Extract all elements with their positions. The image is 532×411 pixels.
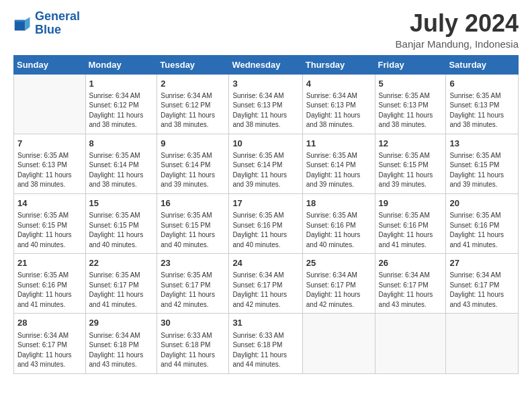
calendar-cell: 15Sunrise: 6:35 AM Sunset: 6:15 PM Dayli… — [85, 193, 157, 253]
day-number: 13 — [449, 138, 515, 150]
day-header-sunday: Sunday — [14, 55, 86, 74]
page: General Blue July 2024 Banjar Mandung, I… — [0, 0, 532, 411]
calendar-cell: 3Sunrise: 6:34 AM Sunset: 6:13 PM Daylig… — [229, 74, 302, 134]
calendar-cell: 23Sunrise: 6:35 AM Sunset: 6:17 PM Dayli… — [157, 254, 229, 314]
calendar-table: SundayMondayTuesdayWednesdayThursdayFrid… — [13, 55, 519, 374]
calendar-cell: 4Sunrise: 6:34 AM Sunset: 6:13 PM Daylig… — [302, 74, 375, 134]
day-info: Sunrise: 6:34 AM Sunset: 6:17 PM Dayligh… — [232, 271, 298, 310]
calendar-cell: 5Sunrise: 6:35 AM Sunset: 6:13 PM Daylig… — [375, 74, 446, 134]
day-number: 8 — [89, 138, 154, 150]
day-info: Sunrise: 6:35 AM Sunset: 6:15 PM Dayligh… — [379, 151, 443, 190]
calendar-cell: 25Sunrise: 6:34 AM Sunset: 6:17 PM Dayli… — [302, 254, 375, 314]
svg-marker-1 — [26, 17, 30, 30]
calendar-cell: 17Sunrise: 6:35 AM Sunset: 6:16 PM Dayli… — [229, 193, 302, 253]
day-header-thursday: Thursday — [302, 55, 375, 74]
day-number: 11 — [306, 138, 371, 150]
calendar-cell — [446, 314, 519, 373]
day-number: 23 — [161, 257, 225, 269]
month-year: July 2024 — [396, 10, 519, 37]
logo-general: General — [35, 9, 80, 23]
day-number: 21 — [17, 257, 82, 269]
calendar-cell: 14Sunrise: 6:35 AM Sunset: 6:15 PM Dayli… — [14, 193, 86, 253]
day-info: Sunrise: 6:33 AM Sunset: 6:18 PM Dayligh… — [232, 331, 298, 370]
day-info: Sunrise: 6:34 AM Sunset: 6:17 PM Dayligh… — [306, 271, 371, 310]
calendar-week-1: 1Sunrise: 6:34 AM Sunset: 6:12 PM Daylig… — [14, 74, 519, 134]
day-number: 6 — [449, 78, 515, 90]
logo-icon — [13, 14, 32, 33]
calendar-cell: 30Sunrise: 6:33 AM Sunset: 6:18 PM Dayli… — [157, 314, 229, 373]
day-number: 31 — [232, 317, 298, 329]
day-number: 4 — [306, 78, 371, 90]
day-number: 19 — [379, 197, 443, 210]
day-info: Sunrise: 6:35 AM Sunset: 6:15 PM Dayligh… — [449, 151, 515, 190]
calendar-cell: 22Sunrise: 6:35 AM Sunset: 6:17 PM Dayli… — [85, 254, 157, 314]
day-info: Sunrise: 6:35 AM Sunset: 6:16 PM Dayligh… — [17, 271, 82, 310]
day-info: Sunrise: 6:35 AM Sunset: 6:16 PM Dayligh… — [449, 211, 515, 250]
day-number: 17 — [232, 197, 298, 210]
day-number: 24 — [232, 257, 298, 269]
day-info: Sunrise: 6:34 AM Sunset: 6:12 PM Dayligh… — [89, 91, 154, 130]
calendar-week-2: 7Sunrise: 6:35 AM Sunset: 6:13 PM Daylig… — [14, 134, 519, 193]
calendar-cell: 29Sunrise: 6:34 AM Sunset: 6:18 PM Dayli… — [85, 314, 157, 373]
day-number: 1 — [89, 78, 154, 90]
logo-blue: Blue — [35, 23, 61, 36]
calendar-cell: 27Sunrise: 6:34 AM Sunset: 6:17 PM Dayli… — [446, 254, 519, 314]
calendar-cell: 24Sunrise: 6:34 AM Sunset: 6:17 PM Dayli… — [229, 254, 302, 314]
calendar-week-3: 14Sunrise: 6:35 AM Sunset: 6:15 PM Dayli… — [14, 193, 519, 253]
day-info: Sunrise: 6:34 AM Sunset: 6:12 PM Dayligh… — [161, 91, 225, 130]
calendar-cell: 21Sunrise: 6:35 AM Sunset: 6:16 PM Dayli… — [14, 254, 86, 314]
day-header-saturday: Saturday — [446, 55, 519, 74]
day-number: 29 — [89, 317, 154, 329]
day-number: 7 — [17, 138, 82, 150]
day-number: 5 — [379, 78, 443, 90]
calendar-cell: 10Sunrise: 6:35 AM Sunset: 6:14 PM Dayli… — [229, 134, 302, 193]
calendar-week-5: 28Sunrise: 6:34 AM Sunset: 6:17 PM Dayli… — [14, 314, 519, 373]
day-number: 30 — [161, 317, 225, 329]
day-number: 14 — [17, 197, 82, 210]
day-info: Sunrise: 6:35 AM Sunset: 6:13 PM Dayligh… — [17, 151, 82, 190]
day-info: Sunrise: 6:34 AM Sunset: 6:17 PM Dayligh… — [379, 271, 443, 310]
day-info: Sunrise: 6:33 AM Sunset: 6:18 PM Dayligh… — [161, 331, 225, 370]
calendar-cell: 2Sunrise: 6:34 AM Sunset: 6:12 PM Daylig… — [157, 74, 229, 134]
day-number: 18 — [306, 197, 371, 210]
calendar-cell — [14, 74, 86, 134]
day-number: 2 — [161, 78, 225, 90]
calendar-week-4: 21Sunrise: 6:35 AM Sunset: 6:16 PM Dayli… — [14, 254, 519, 314]
calendar-cell: 28Sunrise: 6:34 AM Sunset: 6:17 PM Dayli… — [14, 314, 86, 373]
day-number: 15 — [89, 197, 154, 210]
day-info: Sunrise: 6:34 AM Sunset: 6:13 PM Dayligh… — [306, 91, 371, 130]
day-info: Sunrise: 6:35 AM Sunset: 6:14 PM Dayligh… — [232, 151, 298, 190]
day-number: 3 — [232, 78, 298, 90]
calendar-cell: 9Sunrise: 6:35 AM Sunset: 6:14 PM Daylig… — [157, 134, 229, 193]
day-header-friday: Friday — [375, 55, 446, 74]
calendar-cell: 12Sunrise: 6:35 AM Sunset: 6:15 PM Dayli… — [375, 134, 446, 193]
day-header-monday: Monday — [85, 55, 157, 74]
calendar-cell: 31Sunrise: 6:33 AM Sunset: 6:18 PM Dayli… — [229, 314, 302, 373]
calendar-cell: 11Sunrise: 6:35 AM Sunset: 6:14 PM Dayli… — [302, 134, 375, 193]
day-info: Sunrise: 6:34 AM Sunset: 6:17 PM Dayligh… — [17, 331, 82, 370]
calendar-cell: 26Sunrise: 6:34 AM Sunset: 6:17 PM Dayli… — [375, 254, 446, 314]
day-info: Sunrise: 6:34 AM Sunset: 6:13 PM Dayligh… — [232, 91, 298, 130]
day-info: Sunrise: 6:35 AM Sunset: 6:17 PM Dayligh… — [161, 271, 225, 310]
day-info: Sunrise: 6:35 AM Sunset: 6:14 PM Dayligh… — [161, 151, 225, 190]
logo-text: General Blue — [35, 10, 80, 37]
day-header-tuesday: Tuesday — [157, 55, 229, 74]
day-info: Sunrise: 6:35 AM Sunset: 6:16 PM Dayligh… — [306, 211, 371, 250]
day-number: 10 — [232, 138, 298, 150]
header: General Blue July 2024 Banjar Mandung, I… — [13, 10, 519, 50]
day-number: 26 — [379, 257, 443, 269]
day-number: 12 — [379, 138, 443, 150]
calendar-cell — [375, 314, 446, 373]
calendar-cell: 8Sunrise: 6:35 AM Sunset: 6:14 PM Daylig… — [85, 134, 157, 193]
location: Banjar Mandung, Indonesia — [396, 38, 519, 50]
day-info: Sunrise: 6:34 AM Sunset: 6:18 PM Dayligh… — [89, 331, 154, 370]
day-info: Sunrise: 6:35 AM Sunset: 6:14 PM Dayligh… — [89, 151, 154, 190]
day-number: 28 — [17, 317, 82, 329]
calendar-cell: 18Sunrise: 6:35 AM Sunset: 6:16 PM Dayli… — [302, 193, 375, 253]
day-number: 25 — [306, 257, 371, 269]
day-number: 9 — [161, 138, 225, 150]
day-number: 20 — [449, 197, 515, 210]
day-info: Sunrise: 6:34 AM Sunset: 6:17 PM Dayligh… — [449, 271, 515, 310]
logo: General Blue — [13, 10, 80, 37]
day-info: Sunrise: 6:35 AM Sunset: 6:13 PM Dayligh… — [449, 91, 515, 130]
